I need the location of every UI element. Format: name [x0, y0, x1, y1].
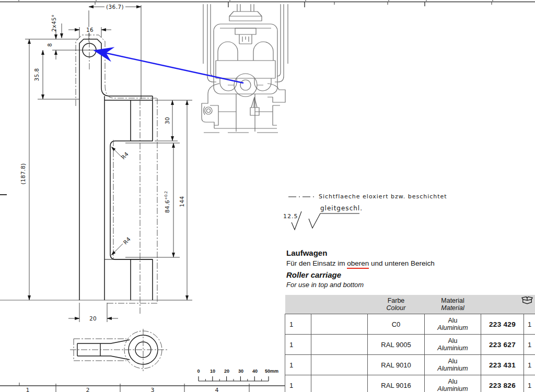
cell-part-number: 223 627	[481, 335, 524, 355]
table-row: 1 RAL 9016 Alu Aluminium 223 826 1	[285, 375, 535, 392]
cell-material-de: Alu	[425, 337, 481, 345]
header-colour: Farbe Colour	[368, 295, 425, 314]
subtitle-german-post: und unteren Bereich	[369, 259, 434, 267]
header-qty	[285, 295, 311, 314]
table-row: 1 C0 Alu Aluminium 223 429 1	[285, 314, 535, 335]
parts-table: Farbe Colour Material Material 1 C0 Alu …	[285, 295, 535, 392]
dim-foot-width: 20	[88, 316, 98, 322]
header-material-en: Material	[425, 304, 481, 312]
cell-colour: RAL 9010	[368, 355, 425, 375]
title-english: Roller carriage	[286, 270, 516, 280]
dim-width-ref: (36.7)	[104, 4, 125, 10]
subtitle-german: Für den Einsatz im oberen und unteren Be…	[286, 259, 516, 268]
cell-material: Alu Aluminium	[425, 314, 481, 335]
ruler-label: 0	[197, 369, 200, 374]
cell-qty: 1	[285, 314, 311, 335]
dim-head-width: 16	[85, 27, 95, 33]
cell-part-number: 223 429	[481, 314, 524, 335]
cell-colour: RAL 9016	[368, 375, 425, 392]
dim-recess-height: 84.6+0.2	[165, 191, 170, 213]
part-dimensions	[25, 5, 192, 322]
subtitle-german-highlighted: oberen	[347, 259, 369, 269]
cell-image	[311, 314, 368, 335]
profile-cross-section	[202, 4, 288, 133]
grid-label: 1	[26, 387, 30, 392]
legend-roughness-value: 12.5	[283, 213, 298, 219]
legend-dashdot-label: Sichtflaeche eloxiert bzw. beschichtet	[319, 194, 447, 199]
dim-radius-top: R4	[120, 151, 130, 160]
dim-chamfer: 2x45°	[51, 14, 57, 32]
legend-surface-note: gleitgeschl.	[320, 205, 363, 211]
eye-view-dashdot	[70, 329, 167, 371]
cell-material-de: Alu	[425, 378, 481, 385]
grid-label: 2	[86, 387, 90, 392]
cell-qty: 1	[285, 375, 311, 392]
cell-material-de: Alu	[425, 317, 481, 324]
header-image	[311, 295, 368, 314]
grid-label: 4	[215, 387, 219, 392]
frame-top	[0, 0, 535, 7]
ruler-label: 20	[224, 369, 229, 374]
callout-arrow	[95, 51, 243, 83]
header-material: Material Material	[425, 295, 481, 314]
dim-hole-offset: 8	[47, 43, 53, 46]
header-colour-de: Farbe	[368, 297, 425, 304]
cell-colour: RAL 9005	[368, 335, 425, 355]
cell-pack-qty: 1	[524, 314, 535, 335]
cell-material: Alu Aluminium	[425, 375, 481, 392]
cell-material: Alu Aluminium	[425, 335, 481, 355]
cell-colour: C0	[368, 314, 425, 335]
cell-material-en: Aluminium	[425, 345, 481, 352]
legend-symbols	[288, 197, 359, 230]
ruler-label: 40	[252, 369, 258, 374]
header-partno	[481, 295, 524, 314]
table-row: 1 RAL 9010 Alu Aluminium 223 431 1	[285, 355, 535, 375]
section-headings: Laufwagen Für den Einsatz im oberen und …	[286, 248, 516, 289]
subtitle-german-pre: Für den Einsatz im	[286, 259, 347, 267]
parts-table-header: Farbe Colour Material Material	[285, 295, 535, 314]
cell-pack-qty: 1	[524, 355, 535, 375]
part-outline	[79, 39, 153, 300]
subtitle-english: For use in top and bottom	[286, 281, 516, 289]
cell-qty: 1	[285, 355, 311, 375]
ruler-label: 50mm	[265, 369, 278, 374]
table-row: 1 RAL 9005 Alu Aluminium 223 627 1	[285, 335, 535, 355]
ruler-label: 30	[238, 369, 243, 374]
cell-material: Alu Aluminium	[425, 355, 481, 375]
dim-overall-height: (187.8)	[20, 163, 26, 184]
cell-qty: 1	[285, 335, 311, 355]
dim-inner-height: 144	[179, 196, 185, 207]
cell-image	[311, 335, 368, 355]
dim-radius-bottom: R4	[122, 236, 132, 245]
dim-head-height: 35.8	[34, 68, 40, 81]
title-german: Laufwagen	[286, 248, 516, 258]
cell-pack-qty: 1	[524, 375, 535, 392]
header-colour-en: Colour	[368, 304, 425, 312]
cell-material-en: Aluminium	[425, 385, 481, 392]
cell-part-number: 223 826	[481, 375, 524, 392]
cell-image	[311, 375, 368, 392]
cell-material-en: Aluminium	[425, 324, 481, 331]
part-dashdot	[76, 30, 157, 314]
package-icon	[521, 295, 533, 305]
scale-ruler	[199, 376, 269, 381]
eye-view-outline	[77, 335, 158, 364]
cell-part-number: 223 431	[481, 355, 524, 375]
cell-material-de: Alu	[425, 358, 481, 365]
dim-block-height: 30	[165, 117, 170, 124]
cell-material-en: Aluminium	[425, 365, 481, 372]
ruler-label: 10	[210, 369, 215, 374]
cell-pack-qty: 1	[524, 335, 535, 355]
frame-bottom	[0, 195, 285, 392]
grid-label: 3	[151, 387, 155, 392]
dim-recess-tolerance: +0.2	[164, 191, 168, 200]
header-material-de: Material	[425, 297, 481, 304]
cell-image	[311, 355, 368, 375]
drawing-sheet: (36.7) 16 2x45° 8 35.8 (187.8) 30 84.6+0…	[0, 0, 535, 392]
dim-recess-value: 84.6	[164, 200, 170, 213]
